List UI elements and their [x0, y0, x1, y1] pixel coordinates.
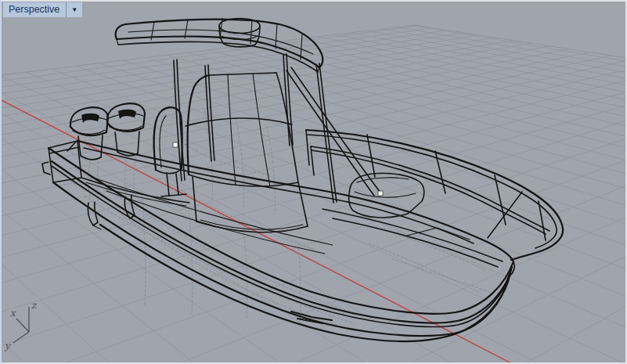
radar-dome — [219, 19, 260, 34]
viewport-canvas[interactable]: z x y — [0, 0, 627, 364]
world-axes-gizmo: z x y — [4, 300, 38, 351]
outboard-engines — [67, 103, 145, 229]
x-axis-label: x — [10, 308, 16, 319]
z-axis-label: z — [31, 300, 38, 311]
chevron-down-icon[interactable]: ▼ — [67, 2, 82, 17]
bow-seat — [349, 173, 424, 218]
rhino-perspective-viewport[interactable]: z x y Perspective ▼ — [0, 0, 627, 364]
hull — [42, 141, 514, 341]
leaning-post — [154, 107, 186, 196]
control-point[interactable] — [173, 142, 178, 147]
viewport-title[interactable]: Perspective ▼ — [3, 2, 82, 17]
viewport-title-text[interactable]: Perspective — [3, 4, 66, 16]
control-point[interactable] — [378, 191, 383, 196]
